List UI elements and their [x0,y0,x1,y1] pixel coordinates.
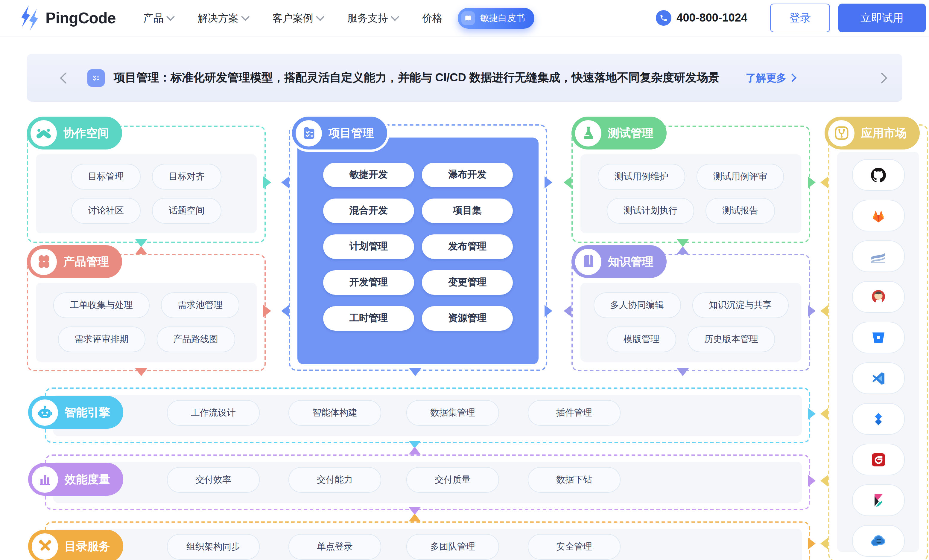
nav-support[interactable]: 服务支持 [347,11,398,25]
arrow-down-icon [135,368,147,376]
arrow-left-icon [564,305,572,317]
chevron-down-icon [316,12,325,21]
feature-chip: 计划管理 [323,234,414,259]
section-knowledge-body: 多人协同编辑 知识沉淀与共享 模版管理 历史版本管理 [581,283,801,362]
kibana-icon [870,493,886,508]
arrow-up-icon [409,447,421,454]
feature-chip: 讨论社区 [71,198,141,223]
section-project: 敏捷开发 瀑布开发 混合开发 项目集 计划管理 发布管理 开发管理 变更管理 工… [289,124,547,371]
feature-chip: 测试用例维护 [598,164,685,190]
book-icon [461,11,475,25]
carousel-prev-button[interactable] [60,72,71,83]
arrow-down-icon [677,239,689,247]
arrow-left-icon [281,305,289,317]
nav-products[interactable]: 产品 [143,11,174,25]
feature-chip: 话题空间 [152,198,221,223]
phone-number: 400-800-1024 [676,11,747,24]
phone-contact[interactable]: 400-800-1024 [656,10,747,26]
jira-icon [870,411,886,427]
feature-chip: 混合开发 [323,199,414,223]
login-button[interactable]: 登录 [770,4,830,32]
tools-icon [32,533,58,559]
feature-chip: 多人协同编辑 [593,292,681,318]
arrow-left-icon [820,475,828,487]
whitepaper-button[interactable]: 敏捷白皮书 [458,8,535,28]
bitbucket-icon [870,330,886,345]
section-marketplace-body [837,152,919,552]
feature-chip: 工作流设计 [167,400,260,426]
feature-chip: 需求池管理 [161,292,239,318]
feature-chip: 数据下钻 [528,467,621,493]
feature-chip: 组织架构同步 [167,534,260,560]
section-knowledge: 知识管理 多人协同编辑 知识沉淀与共享 模版管理 历史版本管理 [572,254,810,371]
main-nav: 产品 解决方案 客户案例 服务支持 价格 [143,11,443,25]
section-ai-engine-header: 智能引擎 [28,396,123,429]
brand-name: PingCode [46,9,116,27]
clipboard-check-icon [296,120,322,146]
section-collaboration-body: 目标管理 目标对齐 讨论社区 话题空间 [36,154,257,233]
feature-chip: 工单收集与处理 [53,292,150,318]
chevron-down-icon [391,12,399,21]
nav-customers[interactable]: 客户案例 [273,11,323,25]
chevron-right-icon [788,73,796,82]
bar-chart-icon [32,466,58,493]
github-icon [870,167,886,183]
arrow-up-icon [677,246,689,254]
cloud-database-icon [870,532,886,549]
arrow-right-icon [263,305,271,317]
nav-solutions[interactable]: 解决方案 [198,11,248,25]
feature-chip: 目标管理 [71,164,141,190]
gitlab-icon [870,208,886,223]
carousel-next-button[interactable] [876,72,888,83]
feature-chip: 多团队管理 [406,534,499,560]
section-testing-body: 测试用例维护 测试用例评审 测试计划执行 测试报告 [581,154,801,233]
feature-chip: 工时管理 [323,306,414,330]
top-navbar: PingCode 产品 解决方案 客户案例 服务支持 价格 敏捷白皮书 400-… [0,0,929,36]
branch-square-icon [828,120,854,146]
subversion-icon [870,248,886,264]
arrow-right-icon [544,305,552,317]
flask-icon [575,120,601,146]
arrow-right-icon [808,176,816,188]
feature-chip: 历史版本管理 [688,326,775,352]
chevron-down-icon [241,12,250,21]
section-collaboration: 协作空间 目标管理 目标对齐 讨论社区 话题空间 [27,125,266,243]
feature-chip: 交付质量 [406,467,499,493]
gitee-icon [870,452,886,467]
section-marketplace-header: 应用市场 [825,116,920,150]
arrow-right-icon [808,305,816,317]
feature-chip: 产品路线图 [156,326,235,352]
flower-icon [31,248,57,275]
section-testing-header: 测试管理 [572,116,667,150]
section-marketplace: 应用市场 [828,124,928,560]
feature-chip: 智能体构建 [288,400,381,426]
nav-pricing[interactable]: 价格 [422,11,443,25]
feature-chip: 发布管理 [422,234,513,259]
feature-chip: 资源管理 [422,306,513,330]
product-architecture-diagram: 协作空间 目标管理 目标对齐 讨论社区 话题空间 产品管理 工单收集与处理 需求… [0,116,929,560]
arrow-down-icon [409,368,421,376]
arrow-right-icon [808,475,816,487]
feature-chip: 插件管理 [528,400,621,426]
feature-chip: 模版管理 [607,326,676,352]
page: PingCode 产品 解决方案 客户案例 服务支持 价格 敏捷白皮书 400-… [0,0,929,560]
feature-chip: 单点登录 [288,534,381,560]
app-tile-kibana [852,484,904,516]
feature-chip: 交付效率 [167,467,260,493]
feature-chip: 瀑布开发 [422,163,513,187]
app-tile-gitlab [852,200,904,231]
book-icon [575,248,601,275]
checklist-folder-icon [87,69,105,86]
section-collaboration-header: 协作空间 [27,116,122,150]
feature-chip: 交付能力 [288,467,381,493]
section-knowledge-header: 知识管理 [572,245,667,278]
learn-more-link[interactable]: 了解更多 [746,71,796,85]
pingcode-logo-icon [18,5,41,31]
announcement-text: 项目管理：标准化研发管理模型，搭配灵活自定义能力，并能与 CI/CD 数据进行无… [114,70,720,86]
trial-button[interactable]: 立即试用 [839,4,926,32]
feature-chip: 敏捷开发 [323,163,414,187]
arrow-down-icon [135,239,147,247]
feature-chip: 测试用例评审 [696,164,784,190]
feature-chip: 测试计划执行 [607,198,694,223]
pingcode-logo[interactable]: PingCode [18,5,116,31]
